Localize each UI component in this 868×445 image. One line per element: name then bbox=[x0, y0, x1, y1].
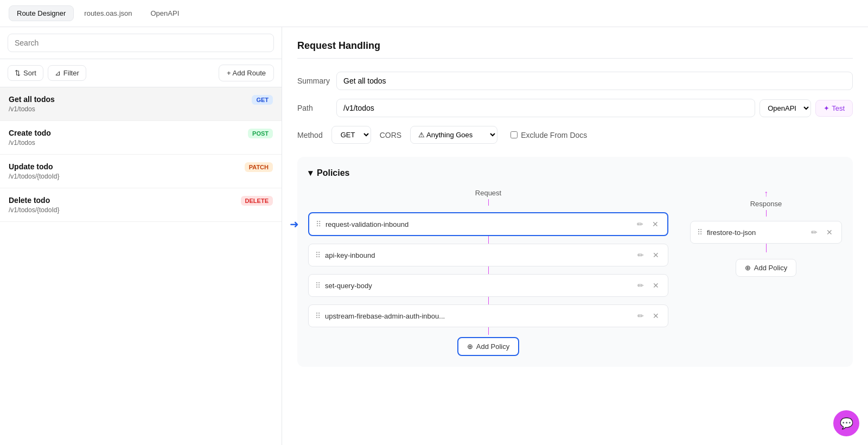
method-row: Method GET CORS ⚠ Anything Goes Exclude … bbox=[297, 126, 853, 144]
exclude-docs-text: Exclude From Docs bbox=[521, 131, 587, 139]
filter-button[interactable]: ⊿ Filter bbox=[48, 65, 86, 81]
route-path: /v1/todos bbox=[9, 139, 51, 147]
search-bar-container bbox=[0, 27, 282, 59]
route-name: Create todo bbox=[9, 129, 51, 137]
policies-title: Policies bbox=[317, 168, 349, 178]
method-select[interactable]: GET bbox=[331, 126, 371, 144]
route-path: /v1/todos/{todoId} bbox=[9, 173, 59, 180]
policy-connector bbox=[488, 297, 489, 304]
filter-icon: ⊿ bbox=[55, 69, 61, 77]
path-input[interactable] bbox=[336, 99, 755, 117]
policy-name: upstream-firebase-admin-auth-inbou... bbox=[325, 312, 631, 320]
sort-icon: ⇅ bbox=[15, 69, 21, 77]
test-sparkle-icon: ✦ bbox=[824, 104, 829, 112]
request-policy-item[interactable]: ⠿ api-key-inbound ✏ ✕ bbox=[308, 244, 668, 266]
route-list: Get all todos /v1/todos GET Create todo … bbox=[0, 87, 282, 445]
route-name: Get all todos bbox=[9, 95, 55, 104]
drag-icon: ⠿ bbox=[315, 312, 321, 320]
sort-button[interactable]: ⇅ Sort bbox=[8, 65, 43, 81]
method-badge: POST bbox=[248, 129, 273, 138]
path-input-row: OpenAPI ✦ Test bbox=[336, 99, 853, 117]
route-name: Delete todo bbox=[9, 196, 59, 205]
policy-connector bbox=[488, 266, 489, 274]
add-request-policy-icon: ⊕ bbox=[467, 342, 473, 351]
request-policy-item[interactable]: ⠿ set-query-body ✏ ✕ bbox=[308, 274, 668, 297]
remove-policy-button[interactable]: ✕ bbox=[650, 310, 661, 321]
tab-routes-json[interactable]: routes.oas.json bbox=[76, 5, 140, 21]
route-item[interactable]: Get all todos /v1/todos GET bbox=[0, 87, 282, 121]
edit-policy-button[interactable]: ✏ bbox=[635, 280, 646, 291]
method-badge: GET bbox=[252, 95, 273, 105]
remove-policy-button[interactable]: ✕ bbox=[824, 227, 835, 238]
summary-input[interactable] bbox=[336, 72, 853, 90]
policy-name: request-validation-inbound bbox=[326, 220, 630, 228]
add-response-policy-button[interactable]: ⊕ Add Policy bbox=[736, 259, 796, 277]
request-policy-items: ➜ ⠿ request-validation-inbound ✏ ✕ ⠿ api… bbox=[308, 212, 668, 356]
summary-row: Summary bbox=[297, 72, 853, 90]
response-policy-items: ⠿ firestore-to-json ✏ ✕ bbox=[690, 221, 842, 244]
toolbar: ⇅ Sort ⊿ Filter + Add Route bbox=[0, 59, 282, 87]
cors-select[interactable]: ⚠ Anything Goes bbox=[410, 126, 497, 144]
remove-policy-button[interactable]: ✕ bbox=[650, 280, 661, 291]
test-button[interactable]: ✦ Test bbox=[815, 100, 853, 117]
selected-arrow-icon: ➜ bbox=[290, 218, 299, 231]
add-route-button[interactable]: + Add Route bbox=[219, 65, 274, 81]
add-route-label: + Add Route bbox=[227, 69, 266, 77]
policy-name: firestore-to-json bbox=[707, 228, 805, 237]
add-response-policy-icon: ⊕ bbox=[745, 264, 751, 272]
method-label: Method bbox=[297, 131, 323, 139]
cors-label: CORS bbox=[380, 131, 401, 139]
request-bottom-connector bbox=[488, 327, 489, 335]
filter-label: Filter bbox=[63, 69, 79, 77]
remove-policy-button[interactable]: ✕ bbox=[650, 219, 661, 230]
path-label: Path bbox=[297, 104, 330, 112]
tab-openapi[interactable]: OpenAPI bbox=[143, 5, 188, 21]
policy-name: set-query-body bbox=[325, 282, 631, 290]
edit-policy-button[interactable]: ✏ bbox=[809, 227, 820, 238]
exclude-docs-checkbox[interactable] bbox=[510, 131, 518, 138]
add-request-policy-label: Add Policy bbox=[476, 342, 509, 351]
policies-section: ▾ Policies Request ➜ ⠿ request-validatio… bbox=[297, 157, 853, 367]
route-name: Update todo bbox=[9, 162, 59, 171]
response-policy-item[interactable]: ⠿ firestore-to-json ✏ ✕ bbox=[690, 221, 842, 244]
policies-columns: Request ➜ ⠿ request-validation-inbound ✏… bbox=[308, 189, 842, 356]
request-policy-item[interactable]: ➜ ⠿ request-validation-inbound ✏ ✕ bbox=[308, 212, 668, 236]
exclude-docs-label[interactable]: Exclude From Docs bbox=[510, 131, 587, 139]
route-item[interactable]: Delete todo /v1/todos/{todoId} DELETE bbox=[0, 188, 282, 222]
route-path: /v1/todos bbox=[9, 105, 55, 113]
chat-button[interactable]: 💬 bbox=[833, 410, 859, 436]
policies-header[interactable]: ▾ Policies bbox=[308, 168, 842, 178]
response-up-arrow-icon: ↑ bbox=[690, 189, 842, 199]
add-request-policy-button[interactable]: ⊕ Add Policy bbox=[457, 337, 519, 356]
response-column-title: Response bbox=[690, 200, 842, 217]
add-response-policy-label: Add Policy bbox=[754, 264, 787, 272]
remove-policy-button[interactable]: ✕ bbox=[650, 250, 661, 260]
policy-name: api-key-inbound bbox=[325, 251, 631, 259]
drag-icon: ⠿ bbox=[697, 228, 703, 237]
section-title: Request Handling bbox=[297, 40, 853, 59]
sort-label: Sort bbox=[23, 69, 36, 77]
summary-label: Summary bbox=[297, 77, 330, 85]
openapi-select[interactable]: OpenAPI bbox=[760, 99, 811, 117]
chat-icon: 💬 bbox=[840, 417, 853, 430]
drag-icon: ⠿ bbox=[315, 251, 321, 259]
search-input[interactable] bbox=[8, 34, 274, 52]
method-badge: PATCH bbox=[245, 162, 273, 172]
route-item[interactable]: Update todo /v1/todos/{todoId} PATCH bbox=[0, 155, 282, 188]
drag-icon: ⠿ bbox=[316, 220, 321, 228]
edit-policy-button[interactable]: ✏ bbox=[635, 219, 646, 230]
method-badge: DELETE bbox=[241, 196, 273, 206]
request-policy-item[interactable]: ⠿ upstream-firebase-admin-auth-inbou... … bbox=[308, 304, 668, 327]
tab-route-designer[interactable]: Route Designer bbox=[9, 5, 74, 21]
edit-policy-button[interactable]: ✏ bbox=[635, 250, 646, 260]
path-row: Path OpenAPI ✦ Test bbox=[297, 99, 853, 117]
request-column-title: Request bbox=[308, 189, 668, 206]
top-tabs-bar: Route Designer routes.oas.json OpenAPI bbox=[0, 0, 868, 27]
request-policy-column: Request ➜ ⠿ request-validation-inbound ✏… bbox=[308, 189, 668, 356]
drag-icon: ⠿ bbox=[315, 281, 321, 290]
edit-policy-button[interactable]: ✏ bbox=[635, 310, 646, 321]
route-item[interactable]: Create todo /v1/todos POST bbox=[0, 121, 282, 155]
left-panel: ⇅ Sort ⊿ Filter + Add Route Get all todo… bbox=[0, 27, 282, 445]
test-label: Test bbox=[832, 104, 845, 112]
route-path: /v1/todos/{todoId} bbox=[9, 206, 59, 214]
